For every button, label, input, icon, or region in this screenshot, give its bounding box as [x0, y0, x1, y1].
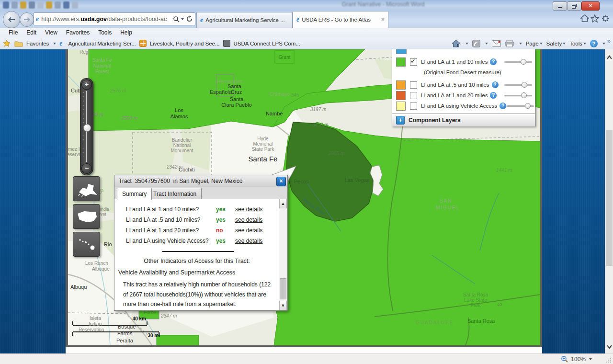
legend-swatch: [396, 80, 406, 90]
see-details-link[interactable]: see details: [235, 206, 262, 213]
map-label: National: [173, 143, 191, 148]
home-button-icon[interactable]: [452, 39, 461, 47]
help-icon[interactable]: ?: [499, 102, 506, 109]
page-menu[interactable]: Page: [526, 41, 543, 46]
help-caret[interactable]: [602, 43, 605, 45]
map-label: Santa Rosa: [463, 292, 488, 297]
refresh-icon[interactable]: [186, 15, 193, 23]
see-details-link[interactable]: see details: [235, 227, 262, 234]
rss-caret[interactable]: [485, 43, 488, 45]
popup-scrollbar[interactable]: ▲ ▼: [279, 199, 287, 310]
scroll-down-chevron[interactable]: [605, 343, 613, 350]
map-label: 2576 m: [110, 88, 126, 93]
tab-agricultural-marketing-service[interactable]: e Agricultural Marketing Service ...: [196, 12, 293, 28]
favlink-usda-connect[interactable]: USDA Connect LPS Com...: [234, 41, 300, 46]
tab-summary[interactable]: Summary: [117, 188, 152, 200]
favorites-star-icon[interactable]: [590, 14, 599, 24]
popup-close-button[interactable]: ×: [276, 177, 286, 186]
favorites-label[interactable]: Favorites: [26, 41, 49, 46]
map-label: Bandelier: [172, 137, 193, 143]
page-background-right: [542, 49, 605, 353]
menu-edit[interactable]: Edit: [26, 29, 36, 36]
legend-row-1-and-10: LI and LA at 1 and 10 miles ?: [396, 57, 532, 67]
map-label: Hyde: [257, 136, 269, 141]
alaska-view-button[interactable]: [73, 176, 100, 201]
tools-menu[interactable]: Tools: [569, 41, 586, 46]
scroll-thumb[interactable]: [280, 278, 286, 299]
help-icon[interactable]: ?: [490, 92, 497, 99]
screen: Grant Narrative - Microsoft Word ✕ e htt…: [0, 0, 613, 364]
legend-partial-swatch: [396, 49, 407, 54]
menu-view[interactable]: View: [45, 29, 57, 36]
menu-tools[interactable]: Tools: [98, 29, 112, 36]
component-layers-bar[interactable]: + Component Layers: [392, 114, 535, 126]
see-details-link[interactable]: see details: [235, 216, 262, 223]
menu-file[interactable]: File: [9, 29, 18, 36]
home-icon[interactable]: [580, 14, 589, 24]
map-zoom-slider[interactable]: + −: [80, 78, 93, 175]
browser-zoom-control[interactable]: 100%: [561, 354, 592, 364]
ie-favicon: e: [59, 40, 62, 47]
legend-checkbox[interactable]: [410, 58, 417, 66]
zoom-thumb[interactable]: [83, 124, 91, 132]
legend-checkbox[interactable]: [410, 102, 417, 110]
home-caret[interactable]: [465, 43, 468, 45]
qa-question: LI and LA at 1 and 20 miles?: [126, 227, 199, 234]
transparency-slider[interactable]: [504, 58, 532, 65]
page-scroll-thumb[interactable]: [606, 130, 613, 266]
zoom-out-button[interactable]: −: [81, 163, 92, 174]
tab-close-icon[interactable]: ×: [381, 16, 385, 23]
expand-plus-icon[interactable]: +: [396, 116, 405, 125]
see-details-link[interactable]: see details: [235, 238, 262, 244]
hawaii-icon: [76, 236, 97, 252]
zoom-caret[interactable]: [589, 358, 592, 360]
safety-menu[interactable]: Safety: [546, 41, 566, 46]
scroll-up-chevron[interactable]: [605, 54, 613, 61]
tab-tract-information[interactable]: Tract Information: [148, 188, 202, 199]
back-button[interactable]: [3, 11, 20, 28]
forward-button[interactable]: [20, 12, 34, 27]
continental-us-view-button[interactable]: [73, 204, 100, 229]
transparency-slider[interactable]: [504, 92, 532, 99]
scroll-up-button[interactable]: ▲: [279, 199, 287, 208]
help-icon[interactable]: ?: [492, 81, 499, 88]
help-icon[interactable]: ?: [490, 58, 497, 65]
restore-button[interactable]: [567, 1, 581, 11]
popup-title-bar[interactable]: Tract 35047957600 in San Miguel, New Mex…: [114, 175, 287, 187]
scroll-down-button[interactable]: ▼: [279, 301, 287, 310]
legend-checkbox[interactable]: [410, 92, 417, 99]
map-label: Los Ranch: [85, 261, 108, 266]
address-bar[interactable]: e http://www.ers.usda.gov/data-products/…: [34, 12, 195, 25]
overflow-chevron[interactable]: »: [607, 38, 611, 45]
search-icon[interactable]: [173, 16, 180, 23]
close-button[interactable]: ✕: [581, 1, 600, 11]
map-label: 3400 m: [312, 122, 328, 127]
search-dropdown-caret[interactable]: [181, 18, 184, 20]
legend-checkbox[interactable]: [410, 81, 417, 89]
print-icon[interactable]: [505, 40, 514, 47]
minimize-button[interactable]: [553, 1, 567, 11]
favorites-caret[interactable]: [53, 43, 56, 45]
settings-gear-icon[interactable]: [601, 14, 610, 24]
print-caret[interactable]: [519, 43, 522, 45]
favlink-agricultural-marketing[interactable]: Agricultural Marketing Ser...: [68, 41, 136, 46]
menu-favorites[interactable]: Favorites: [66, 29, 90, 36]
add-favorite-star-icon[interactable]: [3, 40, 11, 47]
rss-feed-icon[interactable]: [472, 40, 480, 47]
map-label: Clara Pueblo: [221, 102, 252, 108]
map-label: 40: [497, 302, 502, 307]
map-label: Memorial: [253, 141, 272, 147]
favlink-livestock-poultry[interactable]: Livestock, Poultry and See...: [150, 41, 220, 46]
menu-help[interactable]: Help: [120, 29, 132, 36]
resize-grip[interactable]: [606, 357, 612, 363]
transparency-slider[interactable]: [504, 81, 532, 88]
transparency-slider[interactable]: [506, 102, 534, 109]
mail-icon[interactable]: [492, 40, 501, 47]
help-icon[interactable]: ?: [590, 40, 598, 47]
page-scrollbar[interactable]: [605, 49, 613, 353]
hawaii-view-button[interactable]: [73, 232, 100, 257]
tab-usda-ers-atlas[interactable]: e USDA ERS - Go to the Atlas ×: [293, 11, 388, 28]
favorites-folder-icon[interactable]: [14, 40, 23, 47]
map-label: Las Vegas: [345, 177, 370, 183]
zoom-in-button[interactable]: +: [81, 80, 92, 90]
